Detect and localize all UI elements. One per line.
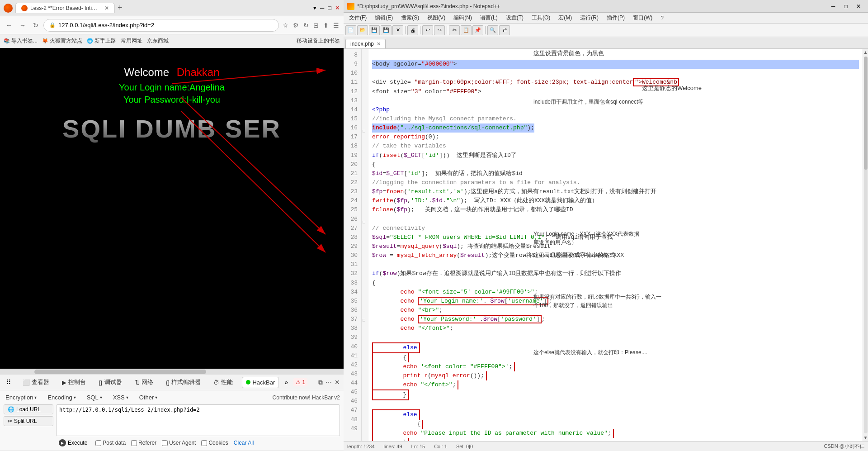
devtools-tab-hackbar[interactable]: HackBar [242,377,279,388]
devtools-options-button[interactable]: ⋯ [326,379,332,386]
toolbar-paste[interactable]: 📌 [472,25,483,35]
hackbar-url-textarea[interactable]: http://127.0.0.1/sqli/Less-2/index.php?i… [56,404,340,436]
tab-close-button[interactable]: ✕ [104,5,109,11]
bookmark-import[interactable]: 📚 导入书签... [4,37,38,45]
toolbar-close[interactable]: ✕ [392,25,403,35]
line-12 [372,97,378,104]
forward-button[interactable]: → [17,20,28,30]
menu-window[interactable]: 窗口(W) [629,13,656,23]
devtools-copy-button[interactable]: ⧉ [318,379,323,386]
scroll-up-arrow[interactable]: ▲ [863,50,868,55]
url-input[interactable]: 127.0.0.1/sqli/Less-2/index.php?id=2 [58,22,273,28]
welcome-line: Welcome Dhakkan [0,66,344,79]
hackbar-encoding-menu[interactable]: Encoding ▾ [46,393,77,402]
toolbar-replace[interactable]: ⇄ [499,25,510,35]
toolbar-copy[interactable]: 📋 [461,25,472,35]
notepad-window: *D:\phpstudy_pro\WWW\sqli\Less-2\index.p… [344,0,868,451]
maximize-button[interactable]: □ [328,5,331,11]
bookmark-jd[interactable]: 京东商城 [147,37,169,45]
minimize-button[interactable]: ─ [320,5,324,11]
bookmark-newuser[interactable]: 🌐 新手上路 [87,37,116,45]
devtools-drag-handle[interactable]: ⠿ [4,378,14,387]
back-button[interactable]: ← [4,20,14,30]
post-data-input[interactable] [95,440,101,446]
notepad-tab-close[interactable]: ✕ [377,41,381,47]
menu-tools[interactable]: 工具(O) [528,13,554,23]
menu-file[interactable]: 文件(F) [345,13,370,23]
code-content[interactable]: <body bgcolor="#000000"> <div style= "ma… [368,49,863,441]
browser-tab[interactable]: Less-2 **Error Based- Intiger** ✕ [15,3,115,13]
notepad-close-button[interactable]: ✕ [853,2,864,11]
hackbar-other-menu[interactable]: Other ▾ [137,393,160,402]
menu-help[interactable]: ? [657,14,667,22]
address-bar[interactable]: 🔒 127.0.0.1/sqli/Less-2/index.php?id=2 [43,19,279,32]
bookmark-firefox[interactable]: 🦊 火狐官方站点 [42,37,82,45]
execute-button[interactable]: ▶ Execute [56,438,90,448]
devtools-more-button[interactable]: » [284,379,288,386]
notepad-vertical-scrollbar[interactable]: ▲ ▼ [863,49,868,441]
toolbar-new[interactable]: 📄 [345,25,356,35]
bookmark-star-button[interactable]: ☆ [282,21,289,30]
cookies-input[interactable] [201,440,207,446]
scroll-down-arrow[interactable]: ▼ [863,435,868,440]
devtools-tab-performance[interactable]: ⏱ 性能 [210,376,236,388]
refresh-btn2[interactable]: ↻ [302,21,310,30]
tab-dropdown-button[interactable]: ▾ [313,5,316,11]
login-name-text: Your Login name:Angelina [0,82,344,93]
close-button[interactable]: ✕ [335,5,340,11]
refresh-button[interactable]: ↻ [31,20,41,30]
clear-all-button[interactable]: Clear All [234,440,254,446]
execute-label: Execute [68,440,87,446]
split-url-button[interactable]: ✂ Split URL [4,416,53,426]
user-agent-checkbox[interactable]: User Agent [162,440,196,446]
web-center: Welcome Dhakkan Your Login name:Angelina… [0,48,344,105]
menu-plugins[interactable]: 插件(P) [603,13,628,23]
scroll-thumb-area [864,57,868,433]
devtools-tab-network[interactable]: ⇅ 网络 [131,376,157,388]
menu-language[interactable]: 语言(L) [476,13,501,23]
new-tab-button[interactable]: + [115,3,125,13]
notepad-maximize-button[interactable]: □ [840,2,852,11]
toolbar-search[interactable]: 🔍 [487,25,498,35]
share-button[interactable]: ⬆ [322,21,330,30]
toolbar-save[interactable]: 💾 [369,25,380,35]
reader-view-button[interactable]: ⊟ [312,21,320,30]
extensions-button[interactable]: ⚙ [292,21,300,30]
menu-macro[interactable]: 宏(M) [555,13,576,23]
bookmark-common[interactable]: 常用网址 [121,37,142,45]
toolbar-open[interactable]: 📂 [357,25,368,35]
notepad-file-tab[interactable]: index.php ✕ [345,39,386,48]
menu-settings[interactable]: 设置(T) [502,13,527,23]
browser-horizontal-scrollbar[interactable] [0,369,344,374]
menu-button[interactable]: ☰ [332,21,340,30]
toolbar-saveall[interactable]: 💾 [381,25,392,35]
menu-encoding[interactable]: 编码(N) [450,13,476,23]
inspector-icon: ⬜ [23,379,30,386]
devtools-tab-debugger[interactable]: {} 调试器 [95,376,126,388]
menu-edit[interactable]: 编辑(E) [371,13,396,23]
mobile-bookmarks: 移动设备上的书签 [297,37,340,45]
menu-view[interactable]: 视图(V) [424,13,449,23]
devtools-close-button[interactable]: ✕ [335,379,340,386]
toolbar-undo[interactable]: ↩ [422,25,433,35]
referer-checkbox[interactable]: Referer [131,440,156,446]
devtools-tab-styleeditor[interactable]: {} 样式编辑器 [162,376,205,388]
cookies-checkbox[interactable]: Cookies [201,440,228,446]
devtools-tab-inspector[interactable]: ⬜ 查看器 [19,376,53,388]
post-data-checkbox[interactable]: Post data [95,440,126,446]
hackbar-encryption-menu[interactable]: Encryption ▾ [4,393,38,402]
devtools-tab-console[interactable]: ▶ 控制台 [58,376,90,388]
toolbar-redo[interactable]: ↪ [434,25,445,35]
status-lines: lines: 49 [384,444,402,449]
referer-input[interactable] [131,440,137,446]
menu-run[interactable]: 运行(R) [576,13,602,23]
hackbar-sql-menu[interactable]: SQL ▾ [85,393,104,402]
line-21: //logging the connection parameters to a… [372,179,580,186]
load-url-button[interactable]: 🌐 Load URL [4,404,53,414]
toolbar-print[interactable]: 🖨 [407,25,418,35]
menu-search[interactable]: 搜索(S) [397,13,423,23]
user-agent-input[interactable] [162,440,168,446]
notepad-minimize-button[interactable]: ─ [827,2,839,11]
toolbar-cut[interactable]: ✂ [449,25,460,35]
hackbar-xss-menu[interactable]: XSS ▾ [111,393,130,402]
